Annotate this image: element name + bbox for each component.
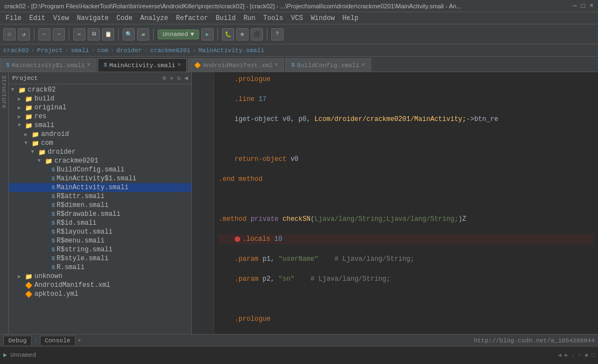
tab-close[interactable]: × bbox=[178, 62, 181, 68]
structure-panel[interactable]: Structure bbox=[0, 72, 9, 334]
tree-item-rdrawable[interactable]: S R$drawable.smali bbox=[9, 210, 191, 219]
toolbar-btn-help[interactable]: ? bbox=[271, 28, 283, 41]
menu-item-run[interactable]: Run bbox=[240, 14, 259, 23]
minimize-button[interactable]: — bbox=[572, 2, 576, 10]
toolbar-sep-6 bbox=[267, 28, 267, 41]
tree-item-crackme0201[interactable]: ▼ 📁 crackme0201 bbox=[9, 156, 191, 165]
tree-item-smali[interactable]: ▼ 📁 smali bbox=[9, 121, 191, 130]
toolbar-btn-find[interactable]: 🔍 bbox=[123, 28, 135, 41]
nav-segment-4[interactable]: droider bbox=[116, 47, 142, 54]
code-line: .param p2, "sn" # Ljava/lang/String; bbox=[219, 274, 594, 284]
menu-item-edit[interactable]: Edit bbox=[26, 14, 49, 23]
tree-item-build[interactable]: ▶ 📁 build bbox=[9, 94, 191, 103]
menu-item-build[interactable]: Build bbox=[212, 14, 239, 23]
toolbar-btn-cut[interactable]: ✂ bbox=[73, 28, 85, 41]
tab-close[interactable]: × bbox=[87, 62, 90, 68]
tree-item-rdimen[interactable]: S R$dimen.smali bbox=[9, 201, 191, 210]
toolbar-btn-replace[interactable]: ⇄ bbox=[137, 28, 149, 41]
code-line: .method private checkSN(Ljava/lang/Strin… bbox=[219, 214, 594, 224]
tab-buildconfig[interactable]: S BuildConfig.smali × bbox=[285, 58, 371, 72]
nav-segment-1[interactable]: Project bbox=[37, 47, 63, 54]
menu-item-navigate[interactable]: Navigate bbox=[73, 14, 112, 23]
tree-item-original[interactable]: ▶ 📁 original bbox=[9, 103, 191, 112]
code-area[interactable]: .prologue .line 17 iget-object v0, p0, L… bbox=[214, 72, 598, 334]
nav-segment-2[interactable]: smali bbox=[71, 47, 89, 54]
toolbar-btn-fwd[interactable]: → bbox=[53, 28, 65, 41]
tree-item-com[interactable]: ▼ 📁 com bbox=[9, 139, 191, 148]
tree-item-android[interactable]: ▶ 📁 android bbox=[9, 130, 191, 139]
window-controls[interactable]: — □ × bbox=[572, 2, 594, 10]
console-tab[interactable]: Console bbox=[40, 336, 75, 345]
tree-item-rmenu[interactable]: S R$menu.smali bbox=[9, 236, 191, 245]
tree-item-droider[interactable]: ▼ 📁 droider bbox=[9, 148, 191, 156]
menu-item-file[interactable]: File bbox=[2, 14, 25, 23]
debug-tab[interactable]: Debug bbox=[3, 336, 32, 345]
toolbar-btn-copy[interactable]: ⧉ bbox=[88, 28, 100, 41]
xml-icon: 🔶 bbox=[194, 62, 201, 69]
tree-item-rid[interactable]: S R$id.smali bbox=[9, 219, 191, 228]
toolbar-btn-1[interactable]: ⌂ bbox=[3, 28, 16, 41]
status-url: http://blog.csdn.net/a_1054280044 bbox=[474, 337, 595, 344]
tab-bar: S MainActivity$1.smali × S MainActivity.… bbox=[0, 57, 598, 72]
maximize-button[interactable]: □ bbox=[581, 2, 585, 10]
menu-item-refactor[interactable]: Refactor bbox=[173, 14, 211, 23]
tree-item-mainactivity1[interactable]: S MainActivity$1.smali bbox=[9, 174, 191, 183]
console-area: ▶ Unnamed ◀ ▶ ↓ ↑ ■ □ bbox=[0, 346, 598, 363]
sidebar-header: Project ⚙ ✛ ↻ ◀ bbox=[9, 72, 191, 84]
tab-androidmanifest[interactable]: 🔶 AndroidManifest.xml × bbox=[188, 58, 284, 72]
run-config-dropdown[interactable]: Unnamed ▼ bbox=[158, 29, 199, 39]
menu-item-tools[interactable]: Tools bbox=[260, 14, 287, 23]
tab-mainactivity[interactable]: S MainActivity.smali × bbox=[98, 58, 187, 72]
code-line bbox=[219, 134, 594, 144]
toolbar-btn-back[interactable]: ← bbox=[38, 28, 50, 41]
toolbar-sep-1 bbox=[34, 28, 34, 41]
run-config-label: Unnamed bbox=[163, 31, 188, 38]
tree-item-unknown[interactable]: ▶ 📁 unknown bbox=[9, 272, 191, 281]
tree-item-r[interactable]: S R.smali bbox=[9, 263, 191, 272]
tab-mainactivity1[interactable]: S MainActivity$1.smali × bbox=[0, 58, 97, 72]
tree-item-rattr[interactable]: S R$attr.smali bbox=[9, 192, 191, 201]
tab-close[interactable]: × bbox=[362, 62, 365, 68]
tree-item-mainactivity[interactable]: S MainActivity.smali bbox=[9, 183, 191, 192]
nav-segment-6[interactable]: MainActivity.smali bbox=[199, 47, 265, 54]
code-line-highlighted: .locals 10 bbox=[219, 234, 594, 244]
close-button[interactable]: × bbox=[590, 2, 594, 10]
toolbar-btn-debug[interactable]: 🐛 bbox=[222, 28, 234, 41]
tree-item-rstyle[interactable]: S R$style.smali bbox=[9, 254, 191, 263]
menu-item-code[interactable]: Code bbox=[113, 14, 136, 23]
code-line bbox=[219, 294, 594, 304]
nav-segment-3[interactable]: com bbox=[97, 47, 108, 54]
toolbar-btn-stop[interactable]: ⬛ bbox=[251, 28, 263, 41]
title-bar: crack02 - [D:\Program Files\HackerTool\R… bbox=[0, 0, 598, 12]
sidebar: Project ⚙ ✛ ↻ ◀ ▼ 📁 crack02 ▶ 📁 build ▶ … bbox=[9, 72, 192, 334]
tree-item-apktool[interactable]: 🔶 apktool.yml bbox=[9, 290, 191, 299]
nav-segment-5[interactable]: crackme0201 bbox=[150, 47, 191, 54]
tree-item-buildconfig[interactable]: S BuildConfig.smali bbox=[9, 165, 191, 174]
menu-item-help[interactable]: Help bbox=[339, 14, 362, 23]
console-plus[interactable]: + bbox=[78, 337, 82, 344]
editor[interactable]: .prologue .line 17 iget-object v0, p0, L… bbox=[192, 72, 598, 334]
toolbar: ⌂ ↺ ← → ✂ ⧉ 📋 🔍 ⇄ Unnamed ▼ ▶ 🐛 ⊕ ⬛ ? bbox=[0, 24, 598, 44]
code-line: return-object v0 bbox=[219, 154, 594, 164]
tree-item-rstring[interactable]: S R$string.smali bbox=[9, 245, 191, 254]
nav-segment-0[interactable]: crack02 bbox=[3, 47, 29, 54]
toolbar-btn-attach[interactable]: ⊕ bbox=[236, 28, 249, 41]
menu-item-view[interactable]: View bbox=[50, 14, 73, 23]
sidebar-controls[interactable]: ⚙ ✛ ↻ ◀ bbox=[163, 74, 188, 82]
tree-item-crack02[interactable]: ▼ 📁 crack02 bbox=[9, 85, 191, 94]
tab-label: MainActivity.smali bbox=[109, 62, 175, 69]
code-line: .end method bbox=[219, 174, 594, 184]
menu-item-window[interactable]: Window bbox=[307, 14, 338, 23]
tab-close[interactable]: × bbox=[275, 62, 278, 68]
tree-item-rlayout[interactable]: S R$layout.smali bbox=[9, 228, 191, 236]
tree-item-res[interactable]: ▶ 📁 res bbox=[9, 112, 191, 121]
toolbar-btn-run[interactable]: ▶ bbox=[201, 28, 214, 41]
editor-content: .prologue .line 17 iget-object v0, p0, L… bbox=[192, 72, 598, 334]
tree-item-androidmanifest[interactable]: 🔶 AndroidManifest.xml bbox=[9, 281, 191, 290]
smali-icon: S bbox=[6, 62, 9, 68]
menu-item-vcs[interactable]: VCS bbox=[288, 14, 307, 23]
toolbar-btn-2[interactable]: ↺ bbox=[18, 28, 30, 41]
toolbar-btn-paste[interactable]: 📋 bbox=[102, 28, 114, 41]
menu-item-analyze[interactable]: Analyze bbox=[137, 14, 171, 23]
code-line bbox=[219, 194, 594, 204]
